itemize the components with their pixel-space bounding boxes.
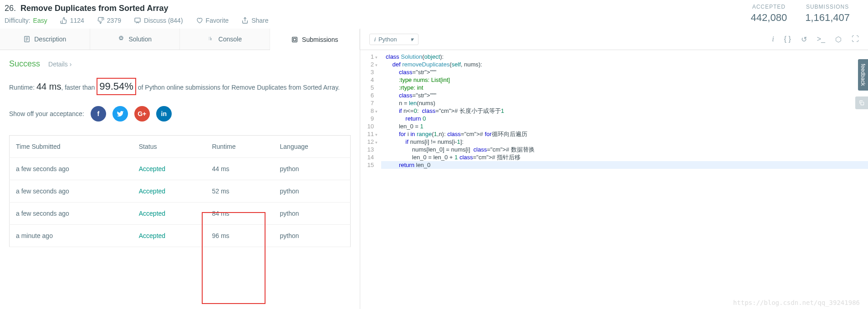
twitter-share[interactable] <box>112 106 128 122</box>
table-row[interactable]: a few seconds agoAccepted84 mspython <box>10 203 351 225</box>
submissions-icon <box>291 36 298 43</box>
share-label: Show off your acceptance: <box>9 110 84 117</box>
details-link[interactable]: Details › <box>48 61 71 68</box>
svg-rect-0 <box>135 18 140 22</box>
accepted-stat: ACCEPTED 442,080 <box>751 4 787 29</box>
dislike-button[interactable]: 2379 <box>97 17 121 24</box>
col-lang: Language <box>274 136 351 158</box>
col-runtime: Runtime <box>205 136 273 158</box>
share-icon <box>241 17 249 24</box>
submissions-table: Time Submitted Status Runtime Language a… <box>9 135 351 247</box>
problem-number: 26. <box>5 4 16 13</box>
info-icon[interactable]: i <box>772 35 774 44</box>
thumbs-up-icon <box>60 17 67 24</box>
tab-solution[interactable]: Solution <box>90 29 180 50</box>
difficulty-value: Easy <box>33 17 47 24</box>
feedback-tab[interactable]: feedback <box>858 59 868 91</box>
heart-icon <box>196 17 203 24</box>
braces-icon[interactable]: { } <box>784 35 791 44</box>
favorite-button[interactable]: Favorite <box>196 17 229 24</box>
share-button[interactable]: Share <box>241 17 268 24</box>
chevron-down-icon: ▾ <box>410 36 414 43</box>
svg-rect-5 <box>861 102 863 105</box>
table-row[interactable]: a few seconds agoAccepted44 mspython <box>10 158 351 180</box>
settings-icon[interactable]: ⬡ <box>835 35 842 44</box>
svg-rect-4 <box>293 38 296 41</box>
col-time: Time Submitted <box>10 136 133 158</box>
copy-icon <box>858 100 865 106</box>
table-row[interactable]: a few seconds agoAccepted52 mspython <box>10 180 351 203</box>
language-select[interactable]: iPython ▾ <box>369 34 419 45</box>
col-status: Status <box>133 136 206 158</box>
like-button[interactable]: 1124 <box>60 17 84 24</box>
problem-title: Remove Duplicates from Sorted Array <box>20 4 168 13</box>
difficulty: Difficulty: Easy <box>5 17 47 24</box>
runtime-summary: Runtime: 44 ms, faster than 99.54% of Py… <box>9 78 351 95</box>
tab-description[interactable]: Description <box>0 29 90 50</box>
copy-button[interactable] <box>855 96 868 109</box>
terminal-icon[interactable]: >_ <box>817 35 825 44</box>
description-icon <box>23 35 31 43</box>
fullscreen-icon[interactable]: ⛶ <box>852 35 859 44</box>
linkedin-share[interactable]: in <box>156 106 172 122</box>
table-row[interactable]: a minute agoAccepted96 mspython <box>10 225 351 247</box>
console-icon <box>208 35 215 43</box>
solution-icon <box>117 35 125 43</box>
tab-console[interactable]: Console <box>180 29 270 50</box>
status-success: Success <box>9 59 40 69</box>
percentile-highlight: 99.54% <box>97 78 136 95</box>
thumbs-down-icon <box>97 17 104 24</box>
undo-icon[interactable]: ↺ <box>801 35 807 44</box>
googleplus-share[interactable]: G+ <box>134 106 150 122</box>
comment-icon <box>134 17 141 24</box>
svg-rect-3 <box>292 37 297 42</box>
submissions-stat: SUBMISSIONS 1,161,407 <box>805 4 850 29</box>
watermark: https://blog.csdn.net/qq_39241986 <box>733 299 860 306</box>
facebook-share[interactable]: f <box>91 106 106 122</box>
discuss-link[interactable]: Discuss (844) <box>134 17 183 24</box>
tab-submissions[interactable]: Submissions <box>270 29 360 50</box>
